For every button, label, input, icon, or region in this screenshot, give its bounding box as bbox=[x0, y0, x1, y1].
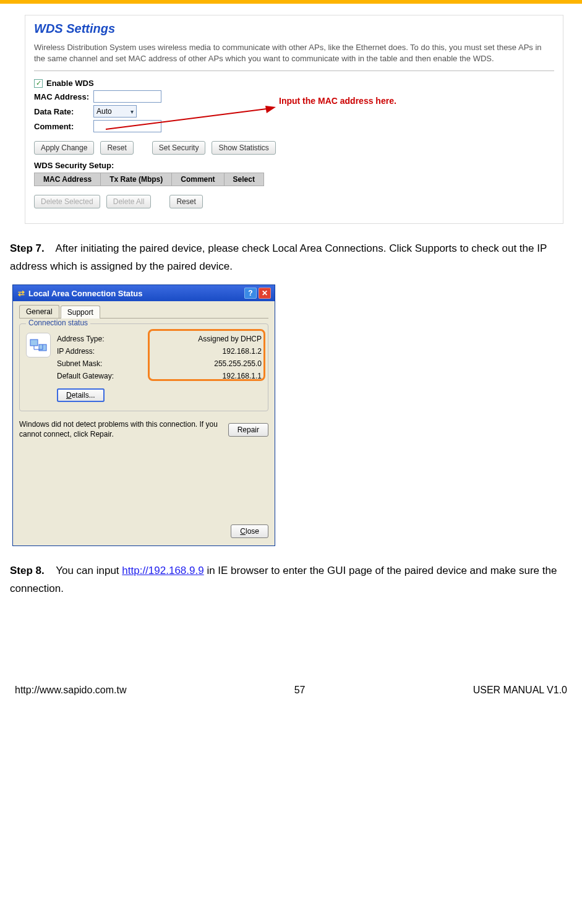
details-button[interactable]: DDetails...etails... bbox=[57, 388, 105, 402]
tab-support[interactable]: Support bbox=[61, 306, 100, 319]
wds-security-setup-heading: WDS Security Setup: bbox=[34, 161, 554, 170]
repair-row: Windows did not detect problems with thi… bbox=[19, 420, 268, 439]
delete-selected-button[interactable]: Delete Selected bbox=[34, 195, 100, 208]
local-area-connection-status-dialog: ⇄ Local Area Connection Status ? ✕ Gener… bbox=[12, 284, 275, 546]
footer-manual-version: USER MANUAL V1.0 bbox=[473, 685, 567, 696]
ip-address-label: IP Address: bbox=[57, 347, 95, 356]
reset-button[interactable]: Reset bbox=[100, 141, 133, 155]
enable-wds-label: Enable WDS bbox=[46, 79, 94, 88]
step-7-block: Step 7. After initiating the paired devi… bbox=[10, 240, 570, 276]
wds-title: WDS Settings bbox=[34, 22, 554, 36]
annotation-arrow-icon bbox=[106, 106, 279, 130]
mac-input-annotation: Input the MAC address here. bbox=[279, 96, 396, 106]
svg-marker-1 bbox=[265, 106, 276, 113]
svg-rect-2 bbox=[30, 340, 38, 346]
address-type-value: Assigned by DHCP bbox=[198, 335, 262, 343]
footer-url: http://www.sapido.com.tw bbox=[15, 685, 127, 696]
dialog-titlebar: ⇄ Local Area Connection Status ? ✕ bbox=[13, 285, 275, 301]
set-security-button[interactable]: Set Security bbox=[152, 141, 206, 155]
subnet-mask-value: 255.255.255.0 bbox=[214, 359, 262, 368]
show-statistics-button[interactable]: Show Statistics bbox=[212, 141, 275, 155]
help-button[interactable]: ? bbox=[244, 288, 257, 299]
wds-description: Wireless Distribution System uses wirele… bbox=[34, 42, 554, 64]
default-gateway-label: Default Gateway: bbox=[57, 372, 114, 380]
reset2-button[interactable]: Reset bbox=[169, 195, 202, 208]
col-tx-rate: Tx Rate (Mbps) bbox=[101, 173, 172, 186]
step-7-text: After initiating the paired device, plea… bbox=[10, 242, 547, 272]
enable-wds-row: ✓ Enable WDS bbox=[34, 79, 554, 88]
close-button[interactable]: CloseClose bbox=[231, 524, 268, 538]
address-type-label: Address Type: bbox=[57, 335, 105, 343]
data-rate-label: Data Rate: bbox=[34, 107, 93, 116]
wds-settings-panel: WDS Settings Wireless Distribution Syste… bbox=[25, 15, 563, 224]
comment-label: Comment: bbox=[34, 122, 93, 131]
page-footer: http://www.sapido.com.tw 57 USER MANUAL … bbox=[6, 685, 576, 699]
mac-address-input[interactable] bbox=[93, 90, 161, 103]
subnet-mask-label: Subnet Mask: bbox=[57, 359, 102, 368]
top-accent-bar bbox=[0, 0, 582, 4]
fieldset-legend: Connection status bbox=[26, 319, 90, 327]
col-mac-address: MAC Address bbox=[35, 173, 101, 186]
network-icon: ⇄ bbox=[18, 289, 25, 298]
col-comment: Comment bbox=[172, 173, 224, 186]
step-7-label: Step 7. bbox=[10, 242, 45, 254]
repair-button[interactable]: Repair bbox=[228, 423, 268, 437]
apply-change-button[interactable]: Apply Change bbox=[34, 141, 94, 155]
step-8-block: Step 8. You can input http://192.168.9.9… bbox=[10, 562, 570, 598]
close-icon[interactable]: ✕ bbox=[259, 288, 271, 299]
col-select: Select bbox=[224, 173, 263, 186]
tab-bar: General Support bbox=[19, 305, 268, 319]
footer-page-number: 57 bbox=[294, 685, 306, 696]
dialog-title: Local Area Connection Status bbox=[28, 289, 142, 298]
tab-general[interactable]: General bbox=[19, 305, 59, 318]
connection-icon bbox=[26, 333, 51, 357]
enable-wds-checkbox[interactable]: ✓ bbox=[34, 79, 43, 88]
divider bbox=[34, 71, 554, 71]
delete-all-button[interactable]: Delete All bbox=[106, 195, 152, 208]
ip-address-value: 192.168.1.2 bbox=[223, 347, 262, 356]
step-8-label: Step 8. bbox=[10, 565, 45, 576]
connection-status-fieldset: Connection status Address Type:Assigned … bbox=[19, 323, 268, 411]
step-8-text-before: You can input bbox=[56, 565, 122, 576]
default-gateway-value: 192.168.1.1 bbox=[223, 372, 262, 380]
repair-text: Windows did not detect problems with thi… bbox=[19, 420, 221, 439]
paired-device-link[interactable]: http://192.168.9.9 bbox=[122, 565, 203, 576]
svg-line-0 bbox=[106, 109, 267, 129]
wds-security-table: MAC Address Tx Rate (Mbps) Comment Selec… bbox=[34, 173, 264, 186]
mac-address-label: MAC Address: bbox=[34, 92, 93, 101]
